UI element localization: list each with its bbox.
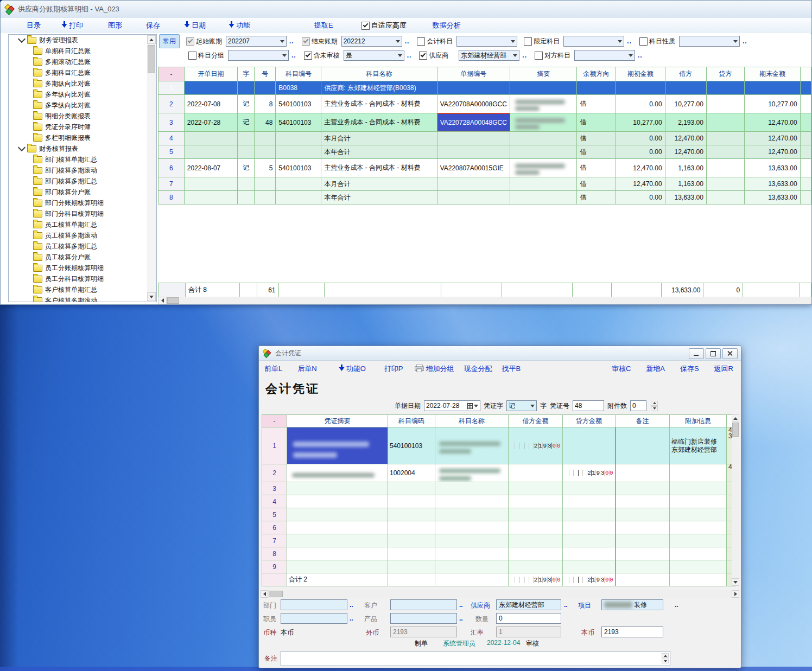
cell-extra-info[interactable] [670, 508, 727, 521]
voucher-toolbar-right-item-4[interactable]: 返回R [714, 364, 733, 374]
filter-checkbox[interactable] [304, 52, 312, 60]
cell-code[interactable] [388, 508, 435, 521]
voucher-row[interactable]: 6 [262, 521, 736, 534]
tree-item[interactable]: 明细分类账报表 [9, 111, 156, 122]
scroll-left-icon[interactable] [158, 297, 167, 304]
auto-height-checkbox[interactable] [361, 22, 370, 30]
voucher-toolbar-right-item-1[interactable]: 审核C [612, 364, 631, 374]
maker-name[interactable]: 系统管理员 [443, 639, 475, 648]
cell-summary[interactable] [287, 508, 388, 521]
filter-dropdown[interactable] [563, 36, 624, 47]
cell-begin[interactable]: 12,470.00 [616, 177, 665, 191]
cell-no[interactable] [255, 145, 276, 159]
auto-height-option[interactable]: 自适应高度 [361, 21, 407, 30]
table-row[interactable]: 8本年合计借0.0013,633.0013,633.00 [158, 191, 811, 205]
cell-doc[interactable] [437, 145, 510, 159]
tree-item[interactable]: 员工核算多期滚动 [9, 230, 156, 241]
toolbar-item-2[interactable]: 打印 [61, 21, 83, 30]
tree-item[interactable]: 部门分科目核算明细 [9, 208, 156, 219]
table-row[interactable]: 4本月合计借0.0012,470.0012,470.00 [158, 132, 811, 145]
cell-dir[interactable]: 借 [577, 132, 616, 145]
cell-debit[interactable]: 12,470.00 [665, 132, 706, 145]
cell-name[interactable] [435, 534, 509, 547]
cell-date[interactable] [184, 177, 237, 191]
cell-remark[interactable] [616, 464, 670, 482]
cell-credit[interactable] [706, 159, 744, 177]
tree-item[interactable]: 员工分科目核算明细 [9, 273, 156, 284]
toolbar-item-4[interactable]: 保存 [146, 21, 160, 30]
tree-item[interactable]: 部门核算多期滚动 [9, 165, 156, 176]
cell-no[interactable]: 5 [255, 159, 276, 177]
cell-word[interactable]: 记 [238, 159, 255, 177]
voucher-toolbar-item-3[interactable]: 功能O [339, 364, 366, 374]
tree-section-2[interactable]: 财务核算报表 [9, 143, 156, 154]
dept-input[interactable] [281, 599, 347, 610]
cell-extra-info[interactable] [670, 560, 727, 573]
cell-word[interactable]: 记 [238, 95, 255, 113]
cell-remark[interactable] [616, 508, 670, 521]
remark-input[interactable] [281, 651, 670, 666]
cell-end[interactable]: 10,277.00 [745, 95, 800, 113]
table-row[interactable]: 22022-07-08记8540100103主营业务成本 - 合同成本 - 材料… [158, 95, 811, 113]
table-row[interactable]: 1B0038供应商: 东郊建材经营部(B0038) [158, 81, 811, 95]
cell-fill[interactable] [800, 177, 811, 191]
cell-begin[interactable]: 0.00 [616, 191, 665, 205]
cell-fill[interactable] [800, 95, 811, 113]
cell-summary[interactable] [287, 560, 388, 573]
tree-section-1[interactable]: 财务管理报表 [9, 35, 156, 46]
voucher-row[interactable]: 9 [262, 560, 736, 573]
cell-credit[interactable] [563, 508, 616, 521]
voucher-toolbar-item-4[interactable]: 打印P [384, 364, 403, 374]
cell-end[interactable]: 12,470.00 [745, 132, 800, 145]
voucher-row[interactable]: 3 [262, 482, 736, 495]
cell-code[interactable] [388, 482, 435, 495]
supplier-input[interactable]: 东郊建材经营部 [496, 599, 561, 610]
cell-summary[interactable] [287, 534, 388, 547]
tree-item[interactable]: 员工分账期核算明细 [9, 263, 156, 273]
cell-code[interactable]: 540100103 [276, 113, 321, 132]
cell-dir[interactable]: 借 [577, 113, 616, 132]
cell-credit[interactable] [706, 95, 744, 113]
cell-word[interactable] [238, 145, 255, 159]
tree-item[interactable]: 多年纵向比对账 [9, 89, 156, 100]
cell-remark[interactable] [616, 560, 670, 573]
cell-begin[interactable]: 10,277.00 [616, 113, 665, 132]
filter-dropdown[interactable] [679, 36, 740, 47]
voucher-row[interactable]: 8 [262, 547, 736, 560]
tree-item[interactable]: 部门分账期核算明细 [9, 197, 156, 208]
cell-debit[interactable] [509, 464, 563, 482]
cell-end[interactable]: 13,633.00 [745, 191, 800, 205]
tree-item[interactable]: 部门核算分户账 [9, 187, 156, 197]
chevron-down-icon[interactable] [18, 144, 26, 151]
browse-button[interactable]: .. [627, 37, 632, 45]
cell-name[interactable] [435, 508, 509, 521]
cell-name[interactable] [435, 427, 509, 464]
cell-debit[interactable] [509, 521, 563, 534]
cell-sum[interactable] [510, 95, 577, 113]
scroll-down-icon[interactable] [147, 292, 156, 301]
voucher-row[interactable]: 210020042193004 [262, 464, 736, 482]
cell-name[interactable]: 本月合计 [321, 132, 437, 145]
filter-checkbox[interactable] [188, 52, 196, 60]
scroll-left-icon[interactable] [261, 590, 268, 598]
cell-extra-info[interactable] [670, 464, 727, 482]
cell-debit[interactable]: 10,277.00 [665, 95, 706, 113]
voucher-word-select[interactable]: 记 [506, 400, 537, 411]
cell-remark[interactable] [616, 482, 670, 495]
cell-name[interactable] [435, 482, 509, 495]
dept-browse-button[interactable]: .. [350, 601, 353, 609]
cell-summary[interactable] [287, 495, 388, 508]
project-input[interactable]: 装修 [601, 599, 663, 610]
filter-dropdown[interactable]: 202207 [226, 36, 287, 47]
table-row[interactable]: 32022-07-28记48540100103主营业务成本 - 合同成本 - 材… [158, 113, 811, 132]
filter-dropdown[interactable]: 东郊建材经营部 [459, 50, 519, 61]
voucher-vscrollbar[interactable] [732, 414, 739, 586]
data-analysis-button[interactable]: 数据分析 [433, 21, 461, 30]
cell-begin[interactable]: 0.00 [616, 95, 665, 113]
common-button[interactable]: 常用 [159, 34, 180, 48]
browse-button[interactable]: .. [407, 52, 412, 59]
voucher-row[interactable]: 1540100103219300福临门新店装修 东郊建材经营部4.3. [262, 427, 736, 464]
customer-input[interactable] [390, 599, 457, 610]
cell-fill[interactable] [800, 132, 811, 145]
cell-extra-info[interactable] [670, 521, 727, 534]
